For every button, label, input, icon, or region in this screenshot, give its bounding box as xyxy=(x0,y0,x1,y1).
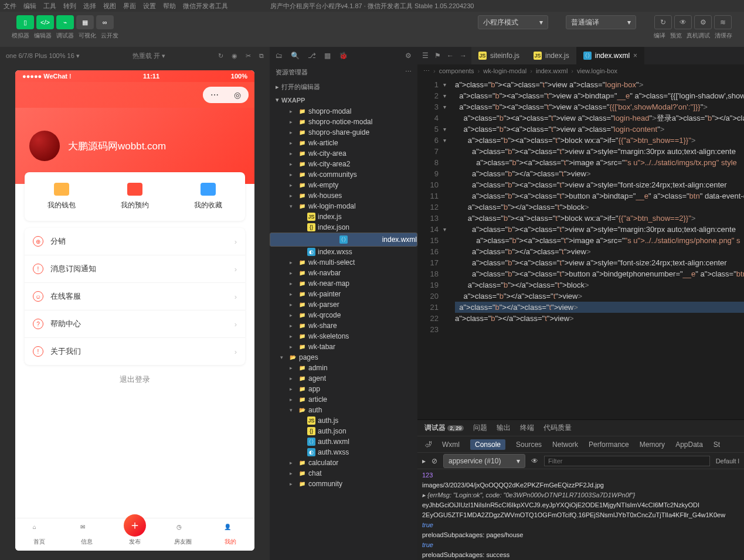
tree-node[interactable]: ▸📁community xyxy=(270,479,417,489)
tree-node[interactable]: ▸📁shopro-notice-modal xyxy=(270,117,417,127)
menu-item[interactable]: 编辑 xyxy=(23,2,36,11)
tree-node[interactable]: ▾📂pages xyxy=(270,352,417,363)
tree-node[interactable]: ▸📁app xyxy=(270,384,417,394)
tree-node[interactable]: {}index.json xyxy=(270,222,417,233)
menu-item[interactable]: 视图 xyxy=(103,2,116,11)
files-icon[interactable]: 🗂 xyxy=(276,52,283,60)
tree-node[interactable]: ▸📁agent xyxy=(270,373,417,384)
mode-select[interactable]: 小程序模式▾ xyxy=(478,15,548,29)
tree-node[interactable]: ▸📁wk-communitys xyxy=(270,169,417,180)
tab-home[interactable]: ⌂首页 xyxy=(15,518,63,551)
tree-node[interactable]: ◐index.wxss xyxy=(270,247,417,257)
eye-icon[interactable]: 👁 xyxy=(531,457,538,465)
breadcrumb[interactable]: ⋯›components›wk-login-modal›index.wxml›v… xyxy=(417,64,744,77)
tree-node[interactable]: ▸📁chat xyxy=(270,468,417,479)
debug-icon[interactable]: 🐞 xyxy=(339,52,348,60)
devtools-subtab[interactable]: AppData xyxy=(675,441,703,449)
tab-msg[interactable]: ✉信息 xyxy=(63,518,111,551)
tree-node[interactable]: ▸📁wk-navbar xyxy=(270,268,417,278)
tree-node[interactable]: JSauth.js xyxy=(270,415,417,426)
tree-node[interactable]: ▸📁article xyxy=(270,394,417,405)
devtools-subtab[interactable]: Sources xyxy=(516,441,542,449)
stop-icon[interactable]: ▸ xyxy=(422,457,426,465)
tree-node[interactable]: ▸📁wk-share xyxy=(270,320,417,331)
devtools-subtab[interactable]: Wxml xyxy=(442,441,460,449)
tree-node[interactable]: ▾📁wk-login-modal xyxy=(270,201,417,211)
tree-node[interactable]: ▾📂auth xyxy=(270,405,417,415)
root-section[interactable]: ▾WXAPP xyxy=(270,94,417,106)
clear-cache-icon[interactable]: ≋ xyxy=(714,15,732,29)
popout-icon[interactable]: ⧉ xyxy=(259,52,264,60)
tree-node[interactable]: ▸📁shopro-share-guide xyxy=(270,127,417,138)
tree-node[interactable]: ▸📁admin xyxy=(270,363,417,373)
tree-node[interactable]: ▸📁wk-qrcode xyxy=(270,310,417,320)
tree-node[interactable]: ▸📁wk-empty xyxy=(270,180,417,190)
menu-item[interactable]: 帮助 xyxy=(163,2,176,11)
list-item[interactable]: ?帮助中心› xyxy=(25,310,245,338)
tree-node[interactable]: {}auth.json xyxy=(270,426,417,436)
search-icon[interactable]: 🔍 xyxy=(291,52,300,60)
debugger-button[interactable]: ⌁ xyxy=(56,15,74,29)
tree-node[interactable]: ▸📁wk-houses xyxy=(270,190,417,201)
list-item[interactable]: !消息订阅通知› xyxy=(25,255,245,283)
menu-item[interactable]: 微信开发者工具 xyxy=(183,2,228,11)
tree-node[interactable]: ▸📁wk-city-area2 xyxy=(270,159,417,169)
open-editors-section[interactable]: ▸打开的编辑器 xyxy=(270,80,417,94)
settings-icon[interactable]: ⚙ xyxy=(405,52,412,60)
tree-node[interactable]: ▸📁wk-multi-select xyxy=(270,257,417,268)
tab-circle[interactable]: ◷房友圈 xyxy=(159,518,207,551)
tree-node[interactable]: ▸📁wk-parser xyxy=(270,299,417,310)
filter-input[interactable] xyxy=(544,456,710,466)
tree-node[interactable]: ◐auth.wxss xyxy=(270,447,417,457)
ext-icon[interactable]: ▦ xyxy=(324,52,331,60)
devtools-tab[interactable]: 终端 xyxy=(520,423,534,433)
console-output[interactable]: 123images/3/2023/04/jxQoOQQQ2dKe2PKZFmGe… xyxy=(417,469,744,560)
tree-node[interactable]: JSindex.js xyxy=(270,211,417,222)
devtools-tab[interactable]: 代码质量 xyxy=(543,423,572,433)
menu-item[interactable]: 界面 xyxy=(123,2,136,11)
scope-select[interactable]: appservice (#10)▾ xyxy=(443,454,525,468)
back-icon[interactable]: ← xyxy=(447,52,454,60)
tab-mine[interactable]: 👤我的 xyxy=(206,518,254,551)
devtools-subtab[interactable]: Performance xyxy=(589,441,629,449)
menu-item[interactable]: 设置 xyxy=(143,2,156,11)
devtools-subtab[interactable]: Memory xyxy=(640,441,665,449)
inspect-icon[interactable]: ⮰ xyxy=(424,441,432,449)
editor-tab[interactable]: JSsiteinfo.js xyxy=(471,47,526,64)
editor-tab[interactable]: 〈〉index.wxml× xyxy=(576,47,644,64)
devtools-subtab[interactable]: St xyxy=(714,441,720,449)
tree-node[interactable]: ▸📁calculator xyxy=(270,457,417,468)
menu-item[interactable]: 选择 xyxy=(83,2,96,11)
devtools-subtab[interactable]: Network xyxy=(552,441,578,449)
wallet-button[interactable]: 我的钱包 xyxy=(25,183,98,210)
tab-publish[interactable]: ＋发布 xyxy=(111,518,159,551)
device-select[interactable]: one 6/7/8 Plus 100% 16 ▾ xyxy=(6,52,80,60)
menu-item[interactable]: 工具 xyxy=(43,2,56,11)
cloud-button[interactable]: ∞ xyxy=(96,15,114,29)
tree-node[interactable]: ▸📁wk-city-area xyxy=(270,148,417,159)
favorite-button[interactable]: 我的收藏 xyxy=(172,183,245,210)
compile-icon[interactable]: ↻ xyxy=(654,15,672,29)
tree-node[interactable]: ▸📁wk-article xyxy=(270,138,417,148)
tree-node[interactable]: ▸📁wk-painter xyxy=(270,289,417,299)
list-item[interactable]: ⊕分销› xyxy=(25,228,245,255)
bookmark-icon[interactable]: ☰ xyxy=(422,52,429,60)
tree-node[interactable]: ▸📁wk-tabar xyxy=(270,342,417,352)
list-item[interactable]: !关于我们› xyxy=(25,338,245,365)
devtools-tab[interactable]: 问题 xyxy=(473,423,487,433)
tree-node[interactable]: 〈〉index.wxml xyxy=(270,233,417,247)
compile-mode-select[interactable]: 普通编译▾ xyxy=(566,15,636,29)
devtools-tab[interactable]: 调试器 2, 29 xyxy=(424,423,464,433)
devtools-tab[interactable]: 输出 xyxy=(497,423,511,433)
tree-node[interactable]: 〈〉auth.wxml xyxy=(270,436,417,447)
log-level-select[interactable]: Default l xyxy=(716,457,739,465)
list-item[interactable]: ☺在线客服› xyxy=(25,283,245,310)
visual-button[interactable]: ▦ xyxy=(76,15,94,29)
devtools-subtab[interactable]: Console xyxy=(470,439,505,450)
tree-node[interactable]: ▸📁wk-skeletons xyxy=(270,331,417,342)
preview-icon[interactable]: 👁 xyxy=(674,15,692,29)
avatar[interactable] xyxy=(29,131,60,161)
simulator-button[interactable]: ▯ xyxy=(16,15,34,29)
cut-icon[interactable]: ✂ xyxy=(246,52,251,60)
hot-reload-toggle[interactable]: 热重载 开 ▾ xyxy=(133,52,165,60)
